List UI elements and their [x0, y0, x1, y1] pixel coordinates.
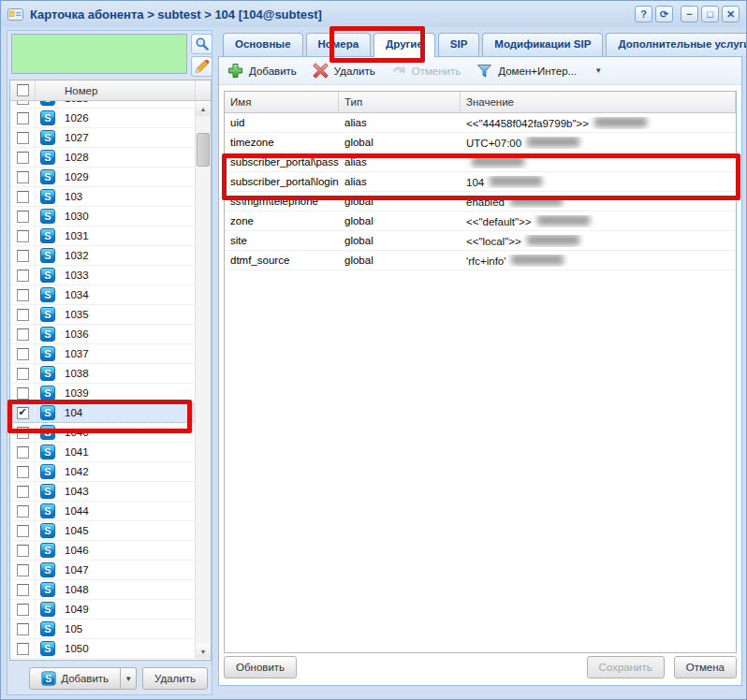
list-item[interactable]: 1036: [10, 325, 211, 344]
list-item[interactable]: 1045: [10, 521, 211, 541]
list-scrollbar[interactable]: ▲ ▼: [195, 101, 211, 659]
list-item[interactable]: 1031: [10, 226, 211, 246]
table-row[interactable]: timezone global UTC+07:00: [225, 133, 736, 153]
list-item[interactable]: 1039: [10, 384, 211, 403]
list-item[interactable]: 1038: [10, 364, 211, 384]
list-item[interactable]: 1037: [10, 344, 211, 364]
list-item[interactable]: 1047: [10, 561, 211, 580]
list-item[interactable]: 1050: [10, 639, 211, 659]
list-item[interactable]: 1040: [10, 423, 211, 443]
add-property-button[interactable]: Добавить: [227, 62, 297, 80]
tab-dopolnitelnye-uslugi[interactable]: Дополнительные услуги: [606, 33, 747, 56]
row-checkbox[interactable]: [17, 486, 29, 498]
table-row[interactable]: zone global <<"default">>: [225, 211, 736, 231]
row-checkbox[interactable]: [17, 309, 29, 321]
property-value: 104: [461, 176, 736, 188]
row-checkbox[interactable]: [17, 623, 29, 635]
list-item[interactable]: 1043: [10, 482, 211, 502]
table-row[interactable]: subscriber_portal\login alias 104: [225, 172, 736, 192]
row-checkbox[interactable]: [17, 643, 29, 655]
row-checkbox[interactable]: [17, 250, 29, 262]
list-item[interactable]: 1044: [10, 502, 211, 521]
row-checkbox[interactable]: [17, 328, 29, 341]
table-row[interactable]: subscriber_portal\pass... alias: [225, 153, 736, 172]
row-checkbox[interactable]: [17, 101, 29, 105]
row-checkbox[interactable]: [17, 505, 29, 518]
table-row[interactable]: ss\mgm\telephone global enabled: [225, 192, 736, 211]
list-item[interactable]: 1041: [10, 443, 211, 462]
list-item[interactable]: 1034: [10, 285, 211, 305]
row-checkbox[interactable]: [17, 230, 29, 242]
table-row[interactable]: uid alias <<"44458f042fa9799b">>: [225, 113, 736, 133]
row-checkbox[interactable]: [17, 191, 29, 203]
row-checkbox[interactable]: [17, 427, 29, 439]
list-item[interactable]: 1046: [10, 541, 211, 561]
list-item[interactable]: 1028: [10, 148, 211, 168]
undo-button[interactable]: Отменить: [390, 63, 461, 80]
list-item[interactable]: 1042: [10, 462, 211, 482]
tab-nomera[interactable]: Номера: [306, 33, 372, 56]
list-item[interactable]: 1029: [10, 168, 211, 187]
list-item[interactable]: 1026: [10, 109, 211, 128]
row-checkbox[interactable]: [17, 270, 29, 282]
chevron-down-icon[interactable]: ▼: [594, 66, 602, 75]
add-subscriber-dropdown[interactable]: ▼: [121, 667, 137, 690]
list-item[interactable]: 1027: [10, 128, 211, 148]
scroll-down-icon[interactable]: ▼: [196, 644, 211, 659]
close-button[interactable]: ✕: [722, 6, 740, 22]
row-checkbox[interactable]: [17, 564, 29, 576]
row-checkbox[interactable]: [17, 407, 29, 419]
row-checkbox[interactable]: [17, 171, 29, 183]
help-button[interactable]: ?: [635, 6, 652, 22]
tab-drugie[interactable]: Другие: [374, 33, 435, 57]
list-item[interactable]: 1049: [10, 600, 211, 620]
refresh-properties-button[interactable]: Обновить: [224, 656, 297, 678]
row-checkbox[interactable]: [17, 211, 29, 223]
edit-button[interactable]: [191, 56, 212, 77]
list-item[interactable]: 1025: [10, 101, 211, 109]
list-item[interactable]: 1030: [10, 207, 211, 226]
list-item[interactable]: 1035: [10, 305, 211, 325]
row-checkbox[interactable]: [17, 348, 29, 360]
row-checkbox[interactable]: [17, 525, 29, 537]
row-checkbox[interactable]: [17, 604, 29, 616]
cancel-button[interactable]: Отмена: [674, 656, 737, 678]
save-button[interactable]: Сохранить: [587, 656, 665, 678]
tab-osnovnye[interactable]: Основные: [223, 33, 303, 56]
row-checkbox[interactable]: [17, 152, 29, 164]
list-item[interactable]: 105: [10, 620, 211, 639]
list-item[interactable]: 103: [10, 187, 211, 207]
row-checkbox[interactable]: [17, 446, 29, 459]
search-button[interactable]: [191, 34, 212, 54]
value-column-header[interactable]: Значение: [461, 92, 736, 112]
tab-modifikacii-sip[interactable]: Модификации SIP: [482, 33, 603, 56]
name-column-header[interactable]: Имя: [225, 92, 339, 112]
list-item[interactable]: 1048: [10, 580, 211, 600]
maximize-button[interactable]: □: [701, 6, 719, 22]
row-checkbox[interactable]: [17, 466, 29, 478]
delete-property-button[interactable]: Удалить: [312, 62, 375, 80]
table-row[interactable]: site global <<"local">>: [225, 231, 736, 251]
delete-subscriber-button[interactable]: Удалить: [142, 667, 208, 690]
search-input[interactable]: [11, 34, 187, 74]
type-column-header[interactable]: Тип: [339, 92, 461, 112]
row-checkbox[interactable]: [17, 132, 29, 144]
list-item[interactable]: 1032: [10, 246, 211, 266]
scrollbar-thumb[interactable]: [197, 133, 210, 167]
row-checkbox[interactable]: [17, 289, 29, 301]
row-checkbox[interactable]: [17, 368, 29, 380]
list-item[interactable]: 1033: [10, 266, 211, 285]
row-checkbox[interactable]: [17, 387, 29, 400]
scroll-up-icon[interactable]: ▲: [196, 101, 211, 116]
row-checkbox[interactable]: [17, 112, 29, 124]
list-item[interactable]: 104: [10, 403, 211, 423]
minimize-button[interactable]: −: [681, 6, 698, 22]
add-subscriber-button[interactable]: Добавить: [29, 667, 121, 690]
row-checkbox[interactable]: [17, 584, 29, 596]
refresh-button[interactable]: ⟳: [655, 6, 673, 22]
row-checkbox[interactable]: [17, 545, 29, 557]
table-row[interactable]: dtmf_source global 'rfc+info': [225, 251, 736, 270]
domain-filter-button[interactable]: Домен+Интер... ▼: [476, 62, 602, 80]
tab-sip[interactable]: SIP: [438, 33, 480, 56]
select-all-checkbox[interactable]: [17, 84, 29, 96]
